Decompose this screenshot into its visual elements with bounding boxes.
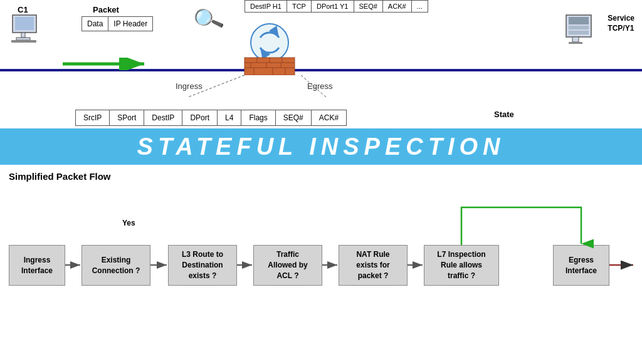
egress-interface-box: Egress Interface: [553, 245, 609, 286]
computer-icon: [10, 14, 45, 45]
ingress-label: Ingress: [176, 81, 203, 91]
state-cell-0: SrcIP: [76, 110, 110, 125]
svg-rect-27: [569, 42, 582, 44]
top-table-cell-3: SEQ#: [354, 1, 383, 12]
state-label: State: [494, 110, 514, 119]
bottom-section: Simplified Packet Flow Yes Ingress Inter…: [0, 165, 642, 364]
state-cell-7: ACK#: [312, 110, 346, 125]
flow-diagram: Yes Ingress Interface Existing Connectio…: [0, 195, 642, 339]
top-table-cell-5: ...: [412, 1, 428, 12]
svg-point-7: [251, 24, 288, 61]
svg-rect-1: [15, 17, 34, 30]
packet-box: Data IP Header: [82, 16, 153, 31]
state-cell-4: L4: [218, 110, 241, 125]
svg-rect-24: [569, 26, 589, 29]
packet-label: Packet: [93, 5, 119, 14]
banner: STATEFUL INSPECTION: [0, 128, 642, 165]
l7-inspection-box: L7 Inspection Rule allows traffic ?: [424, 245, 499, 286]
nat-rule-box: NAT Rule exists for packet ?: [339, 245, 408, 286]
top-table-cell-0: DestIP H1: [245, 1, 287, 12]
svg-rect-2: [21, 33, 25, 38]
top-section: C1 Packet Data IP Header 🔍 DestIP H1 TCP…: [0, 0, 642, 110]
packet-data-cell: Data: [82, 17, 108, 31]
svg-rect-23: [569, 17, 589, 24]
top-table: DestIP H1 TCP DPort1 Y1 SEQ# ACK# ...: [245, 0, 428, 13]
service-label: Service TCP/Y1: [608, 14, 634, 33]
top-table-cell-2: DPort1 Y1: [312, 1, 354, 12]
firewall-icon: [238, 19, 301, 75]
top-table-cell-4: ACK#: [383, 1, 412, 12]
c1-label: C1: [18, 5, 28, 14]
l3-route-box: L3 Route to Destination exists ?: [168, 245, 237, 286]
state-table: SrcIP SPort DestIP DPort L4 Flags SEQ# A…: [75, 110, 347, 126]
egress-label: Egress: [307, 81, 332, 91]
yes-label: Yes: [122, 219, 135, 227]
simplified-label: Simplified Packet Flow: [9, 171, 111, 182]
svg-rect-4: [11, 40, 36, 43]
green-arrow: [63, 58, 150, 70]
state-cell-6: SEQ#: [276, 110, 312, 125]
service-icon: [564, 14, 598, 45]
banner-text: STATEFUL INSPECTION: [137, 133, 505, 160]
existing-connection-box: Existing Connection ?: [82, 245, 150, 286]
state-cell-1: SPort: [110, 110, 144, 125]
svg-rect-26: [572, 37, 579, 42]
state-cell-5: Flags: [241, 110, 275, 125]
magnifier-icon: 🔍: [191, 3, 226, 37]
top-table-cell-1: TCP: [287, 1, 312, 12]
packet-ipheader-cell: IP Header: [108, 17, 152, 31]
ingress-interface-box: Ingress Interface: [9, 245, 65, 286]
state-cell-3: DPort: [182, 110, 218, 125]
svg-rect-3: [16, 38, 30, 40]
traffic-allowed-box: Traffic Allowed by ACL ?: [253, 245, 322, 286]
state-cell-2: DestIP: [144, 110, 182, 125]
svg-rect-25: [569, 31, 589, 34]
